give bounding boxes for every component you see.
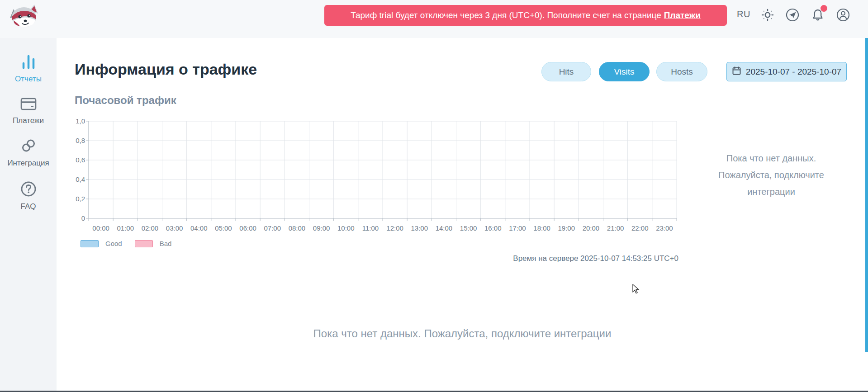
legend-swatch-bad: [135, 240, 153, 247]
vertical-scrollbar-thumb[interactable]: [865, 38, 868, 352]
x-tick-label: 06:00: [236, 224, 260, 232]
chart-grid: [89, 121, 677, 223]
x-tick-label: 15:00: [456, 224, 481, 232]
legend-swatch-good: [81, 240, 99, 247]
visits-button[interactable]: Visits: [599, 62, 650, 81]
x-tick-label: 23:00: [652, 224, 677, 232]
x-tick-label: 07:00: [260, 224, 285, 232]
trial-warning-banner: Тариф trial будет отключен через 3 дня (…: [324, 5, 727, 26]
theme-sun-icon[interactable]: [760, 8, 775, 22]
notification-dot: [821, 5, 827, 12]
bar-chart-icon: [20, 52, 37, 71]
question-circle-icon: [20, 181, 37, 199]
app-window: Тариф trial будет отключен через 3 дня (…: [0, 0, 868, 392]
x-tick-label: 18:00: [530, 224, 554, 232]
x-tick-label: 01:00: [113, 224, 138, 232]
server-time-label: Время на сервере 2025-10-07 14:53:25 UTC…: [513, 254, 678, 263]
x-tick-label: 03:00: [162, 224, 187, 232]
banner-text: Тариф trial будет отключен через 3 дня (…: [351, 10, 661, 20]
sidebar-item-label: Отчеты: [15, 75, 42, 84]
credit-card-icon: [20, 97, 37, 113]
sidebar-item-integration[interactable]: Интеграция: [0, 137, 57, 168]
y-tick-label: 0,4: [67, 175, 85, 183]
x-tick-label: 21:00: [603, 224, 628, 232]
sidebar-item-payments[interactable]: Платежи: [0, 97, 57, 125]
x-tick-label: 10:00: [334, 224, 358, 232]
y-tick-label: 0: [67, 214, 85, 222]
telegram-icon[interactable]: [785, 8, 800, 22]
sidebar-item-faq[interactable]: FAQ: [0, 181, 57, 211]
legend-label-good: Good: [105, 240, 122, 247]
page-title: Информация о трафике: [75, 61, 257, 78]
x-tick-label: 05:00: [211, 224, 236, 232]
x-tick-label: 14:00: [432, 224, 456, 232]
chart-legend: Good Bad: [81, 240, 171, 247]
profile-icon[interactable]: [836, 8, 850, 22]
raccoon-logo[interactable]: [8, 3, 40, 29]
x-tick-label: 09:00: [309, 224, 334, 232]
payments-link[interactable]: Платежи: [664, 10, 701, 20]
x-tick-label: 16:00: [481, 224, 505, 232]
chart-empty-state-message: Пока что нет данных. Пожалуйста, подключ…: [715, 150, 828, 200]
main-content: Информация о трафике Hits Visits Hosts 2…: [57, 38, 868, 391]
x-tick-label: 17:00: [505, 224, 530, 232]
legend-label-bad: Bad: [160, 240, 172, 247]
calendar-icon: [732, 66, 741, 78]
x-tick-label: 08:00: [285, 224, 309, 232]
y-tick-label: 0,8: [67, 137, 85, 144]
x-tick-label: 20:00: [579, 224, 603, 232]
date-range-picker[interactable]: 2025-10-07 - 2025-10-07: [726, 62, 847, 81]
sidebar-item-label: Интеграция: [7, 159, 49, 168]
x-tick-label: 11:00: [358, 224, 383, 232]
y-tick-label: 1,0: [67, 117, 85, 125]
x-tick-label: 02:00: [138, 224, 162, 232]
hosts-button[interactable]: Hosts: [656, 62, 707, 81]
sidebar-item-reports[interactable]: Отчеты: [0, 52, 57, 84]
x-tick-label: 12:00: [383, 224, 407, 232]
y-tick-label: 0,6: [67, 156, 85, 164]
chart-section-title: Почасовой трафик: [75, 94, 176, 107]
x-tick-label: 04:00: [187, 224, 211, 232]
y-tick-label: 0,2: [67, 195, 85, 203]
sidebar-item-label: Платежи: [13, 116, 44, 125]
mouse-cursor: [632, 284, 641, 296]
sidebar-item-label: FAQ: [20, 202, 36, 211]
top-bar: Тариф trial будет отключен через 3 дня (…: [0, 0, 868, 38]
x-tick-label: 00:00: [89, 224, 113, 232]
link-icon: [20, 137, 37, 156]
x-tick-label: 19:00: [554, 224, 579, 232]
date-range-value: 2025-10-07 - 2025-10-07: [746, 67, 841, 77]
language-selector[interactable]: RU: [737, 9, 750, 19]
bottom-empty-state-message: Пока что нет данных. Пожалуйста, подключ…: [57, 327, 868, 340]
hourly-traffic-chart: 1,00,80,60,40,20 00:0001:0002:0003:0004:…: [89, 121, 677, 218]
x-tick-label: 22:00: [628, 224, 652, 232]
hits-button[interactable]: Hits: [541, 62, 591, 81]
x-tick-label: 13:00: [407, 224, 432, 232]
